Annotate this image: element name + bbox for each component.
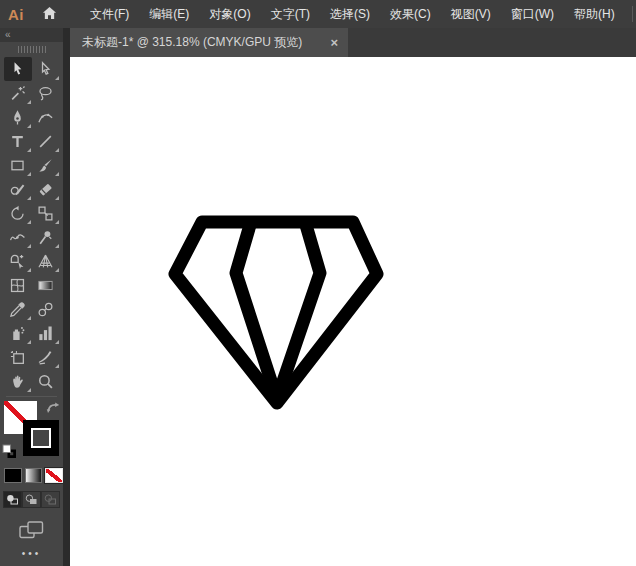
puppet-warp-tool[interactable]: [32, 225, 60, 249]
flyout-indicator-icon: [27, 316, 31, 320]
flyout-indicator-icon: [55, 340, 59, 344]
symbol-sprayer-tool[interactable]: [4, 321, 32, 345]
curvature-tool[interactable]: [32, 105, 60, 129]
slice-icon: [37, 349, 54, 366]
shaper-tool[interactable]: [4, 177, 32, 201]
app-logo: Ai: [0, 6, 33, 23]
draw-inside-button: [41, 491, 60, 508]
diamond-artwork[interactable]: [70, 57, 636, 566]
eraser-icon: [37, 181, 54, 198]
type-icon: [9, 133, 26, 150]
grip-dots-icon: [18, 46, 46, 53]
curvature-icon: [37, 109, 54, 126]
rectangle-icon: [9, 157, 26, 174]
rectangle-tool[interactable]: [4, 153, 32, 177]
blend-icon: [37, 301, 54, 318]
collapse-panel-button[interactable]: «: [0, 28, 63, 42]
illustrator-window: Ai 文件(F)编辑(E)对象(O)文字(T)选择(S)效果(C)视图(V)窗口…: [0, 0, 636, 566]
type-tool[interactable]: [4, 129, 32, 153]
draw-normal-button[interactable]: [3, 491, 22, 508]
gradient-tool[interactable]: [32, 273, 60, 297]
menu-item-type[interactable]: 文字(T): [261, 0, 320, 28]
draw-mode-icon: [44, 491, 57, 509]
home-button[interactable]: [33, 0, 66, 28]
flyout-indicator-icon: [55, 172, 59, 176]
tab-close-button[interactable]: ×: [322, 35, 338, 50]
menubar: Ai 文件(F)编辑(E)对象(O)文字(T)选择(S)效果(C)视图(V)窗口…: [0, 0, 636, 28]
default-fill-stroke-button[interactable]: [2, 444, 17, 463]
menu-item-select[interactable]: 选择(S): [320, 0, 380, 28]
flyout-indicator-icon: [27, 340, 31, 344]
rotate-tool[interactable]: [4, 201, 32, 225]
paintbrush-icon: [37, 157, 54, 174]
column-graph-tool[interactable]: [32, 321, 60, 345]
magic-wand-tool[interactable]: [4, 81, 32, 105]
gradient-button[interactable]: [25, 468, 43, 483]
gradient-icon: [37, 277, 54, 294]
slice-tool[interactable]: [32, 345, 60, 369]
width-icon: [9, 229, 26, 246]
document-tab[interactable]: 未标题-1* @ 315.18% (CMYK/GPU 预览) ×: [70, 28, 348, 57]
draw-mode-icon: [6, 491, 19, 509]
line-icon: [37, 133, 54, 150]
home-icon: [42, 6, 57, 23]
menu-item-effect[interactable]: 效果(C): [380, 0, 441, 28]
eraser-tool[interactable]: [32, 177, 60, 201]
flyout-indicator-icon: [27, 124, 31, 128]
menu-item-help[interactable]: 帮助(H): [564, 0, 625, 28]
document-tab-title: 未标题-1* @ 315.18% (CMYK/GPU 预览): [82, 34, 302, 51]
flyout-indicator-icon: [27, 268, 31, 272]
screen-mode-icon: [19, 521, 44, 539]
puppet-warp-icon: [37, 229, 54, 246]
document-tabbar: 未标题-1* @ 315.18% (CMYK/GPU 预览) ×: [70, 28, 636, 57]
menubar-items: 文件(F)编辑(E)对象(O)文字(T)选择(S)效果(C)视图(V)窗口(W)…: [80, 0, 625, 28]
draw-behind-button[interactable]: [22, 491, 41, 508]
toolbar-drag-handle[interactable]: [0, 42, 63, 57]
selection-tool[interactable]: [4, 57, 32, 81]
pen-icon: [9, 109, 26, 126]
flyout-indicator-icon: [55, 244, 59, 248]
width-tool[interactable]: [4, 225, 32, 249]
artboard-canvas[interactable]: [70, 57, 636, 566]
shape-builder-icon: [9, 253, 26, 270]
rotate-icon: [9, 205, 26, 222]
menu-item-edit[interactable]: 编辑(E): [139, 0, 199, 28]
flyout-indicator-icon: [55, 76, 59, 80]
symbol-sprayer-icon: [9, 325, 26, 342]
menu-item-object[interactable]: 对象(O): [199, 0, 260, 28]
paintbrush-tool[interactable]: [32, 153, 60, 177]
zoom-tool[interactable]: [32, 369, 60, 393]
stroke-swatch-black[interactable]: [23, 420, 59, 456]
menu-item-view[interactable]: 视图(V): [441, 0, 501, 28]
flyout-indicator-icon: [27, 172, 31, 176]
mesh-tool[interactable]: [4, 273, 32, 297]
menu-item-window[interactable]: 窗口(W): [501, 0, 564, 28]
menu-item-file[interactable]: 文件(F): [80, 0, 139, 28]
draw-mode-icon: [25, 491, 38, 509]
hand-tool[interactable]: [4, 369, 32, 393]
shape-builder-tool[interactable]: [4, 249, 32, 273]
selection-icon: [9, 61, 26, 78]
change-screen-mode-button[interactable]: [19, 521, 44, 539]
toolbar-separator: [6, 396, 57, 397]
edit-toolbar-button[interactable]: •••: [0, 548, 63, 559]
flyout-indicator-icon: [27, 220, 31, 224]
perspective-grid-tool[interactable]: [32, 249, 60, 273]
column-graph-icon: [37, 325, 54, 342]
artboard-tool[interactable]: [4, 345, 32, 369]
direct-selection-tool[interactable]: [32, 57, 60, 81]
none-button[interactable]: [45, 468, 63, 483]
swap-fill-stroke-button[interactable]: [46, 400, 60, 418]
magic-wand-icon: [9, 85, 26, 102]
color-button[interactable]: [4, 468, 22, 483]
line-segment-tool[interactable]: [32, 129, 60, 153]
flyout-indicator-icon: [55, 268, 59, 272]
scale-tool[interactable]: [32, 201, 60, 225]
color-mode-row: [0, 462, 63, 483]
menubar-right: [625, 0, 636, 28]
blend-tool[interactable]: [32, 297, 60, 321]
eyedropper-tool[interactable]: [4, 297, 32, 321]
pen-tool[interactable]: [4, 105, 32, 129]
lasso-tool[interactable]: [32, 81, 60, 105]
fill-stroke-controls: [0, 400, 63, 462]
